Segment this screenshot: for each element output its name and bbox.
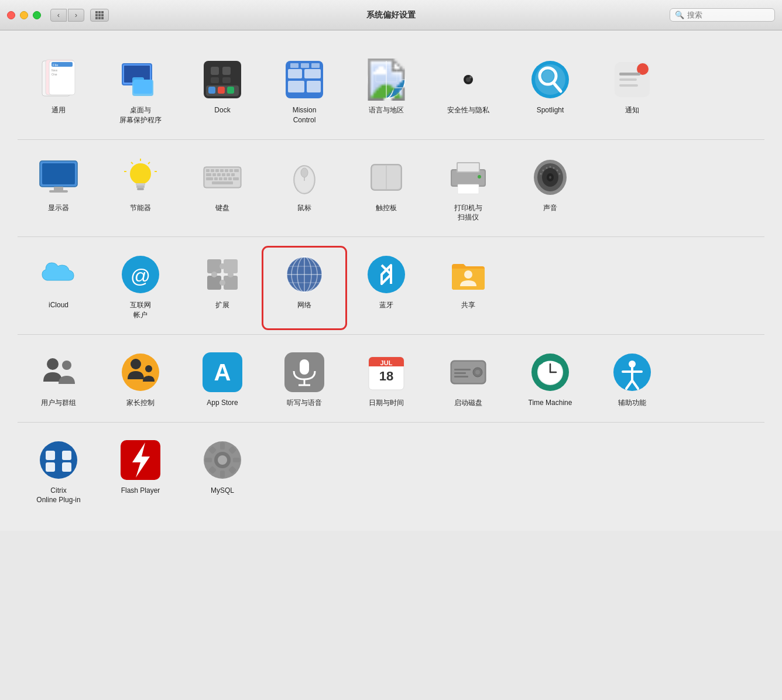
- item-startup[interactable]: 启动磁盘: [427, 345, 509, 416]
- startup-label: 启动磁盘: [454, 398, 482, 408]
- svg-rect-24: [208, 87, 215, 94]
- item-flashplayer[interactable]: Flash Player: [100, 433, 181, 514]
- security-icon: [447, 59, 489, 101]
- internet-grid: iCloud @ 互联网帐户: [18, 248, 764, 328]
- timemachine-label: Time Machine: [529, 398, 572, 408]
- item-mysql[interactable]: MySQL: [181, 433, 263, 514]
- users-icon: [37, 351, 80, 393]
- svg-rect-94: [206, 177, 213, 180]
- accounts-label: 互联网帐户: [130, 300, 151, 320]
- item-energy[interactable]: 节能器: [100, 150, 181, 231]
- item-printer[interactable]: 打印机与扫描仪: [427, 150, 509, 231]
- item-keyboard[interactable]: 键盘: [181, 150, 263, 231]
- svg-rect-168: [454, 372, 466, 374]
- item-mouse[interactable]: 鼠标: [263, 150, 345, 231]
- svg-point-146: [464, 270, 472, 279]
- item-notification[interactable]: 通知: [591, 53, 673, 133]
- svg-rect-83: [215, 169, 219, 172]
- window-title: 系统偏好设置: [366, 10, 416, 20]
- icloud-icon: [37, 253, 80, 296]
- svg-rect-90: [217, 173, 221, 176]
- item-accounts[interactable]: @ 互联网帐户: [100, 248, 181, 328]
- svg-rect-96: [219, 177, 222, 180]
- svg-point-133: [219, 263, 225, 269]
- svg-point-69: [130, 163, 151, 184]
- svg-point-150: [131, 359, 141, 369]
- svg-rect-195: [233, 458, 240, 462]
- svg-rect-72: [136, 186, 145, 188]
- citrix-label: CitrixOnline Plug-in: [36, 486, 80, 506]
- spotlight-icon: [529, 59, 571, 101]
- section-personal: File New One 通用: [18, 42, 764, 140]
- item-dictation[interactable]: 听写与语音: [263, 345, 345, 416]
- appstore-icon: A: [201, 351, 243, 393]
- titlebar: ‹ › 系统偏好设置 🔍: [0, 0, 782, 30]
- item-network[interactable]: 网络: [263, 248, 345, 328]
- close-button[interactable]: [7, 11, 15, 19]
- svg-rect-27: [211, 67, 219, 75]
- svg-rect-86: [229, 169, 233, 172]
- item-security[interactable]: 安全性与隐私: [427, 53, 509, 133]
- printer-label: 打印机与扫描仪: [454, 203, 482, 223]
- search-input[interactable]: [687, 11, 763, 19]
- svg-rect-82: [211, 169, 214, 172]
- svg-rect-62: [619, 73, 640, 76]
- item-desktop[interactable]: 桌面与屏幕保护程序: [100, 53, 181, 133]
- svg-rect-2: [101, 11, 104, 13]
- svg-rect-8: [101, 17, 104, 19]
- general-label: 通用: [52, 105, 66, 115]
- item-citrix[interactable]: CitrixOnline Plug-in: [18, 433, 100, 514]
- item-spotlight[interactable]: Spotlight: [509, 53, 591, 133]
- svg-rect-66: [42, 163, 75, 184]
- item-mission[interactable]: MissionControl: [263, 53, 345, 133]
- startup-icon: [447, 351, 489, 393]
- grid-view-button[interactable]: [90, 9, 109, 22]
- item-bluetooth[interactable]: 蓝牙: [345, 248, 427, 328]
- item-accessibility[interactable]: 辅助功能: [591, 345, 673, 416]
- item-appstore[interactable]: A App Store: [181, 345, 263, 416]
- svg-rect-194: [205, 458, 212, 462]
- dictation-label: 听写与语音: [287, 398, 322, 408]
- item-users[interactable]: 用户与群组: [18, 345, 100, 416]
- svg-rect-73: [137, 188, 144, 190]
- item-trackpad[interactable]: 触控板: [345, 150, 427, 231]
- svg-rect-30: [222, 77, 231, 83]
- minimize-button[interactable]: [20, 11, 28, 19]
- item-language[interactable]: 语言与地区: [345, 53, 427, 133]
- accounts-icon: @: [119, 253, 162, 296]
- general-icon: File New One: [37, 59, 80, 101]
- svg-point-135: [228, 272, 234, 277]
- bluetooth-label: 蓝牙: [379, 300, 393, 310]
- svg-rect-85: [225, 169, 228, 172]
- item-dock[interactable]: Dock: [181, 53, 263, 133]
- main-content: File New One 通用: [0, 30, 782, 531]
- item-timemachine[interactable]: Time Machine: [509, 345, 591, 416]
- forward-button[interactable]: ›: [68, 9, 84, 22]
- section-hardware: 显示器: [18, 140, 764, 238]
- svg-rect-129: [207, 259, 221, 273]
- svg-rect-92: [227, 173, 230, 176]
- svg-rect-192: [220, 442, 225, 449]
- item-general[interactable]: File New One 通用: [18, 53, 100, 133]
- item-sound[interactable]: 声音: [509, 150, 591, 231]
- svg-rect-184: [62, 451, 71, 460]
- item-displays[interactable]: 显示器: [18, 150, 100, 231]
- item-extensions[interactable]: 扩展: [181, 248, 263, 328]
- item-datetime[interactable]: JUL 18 日期与时间: [345, 345, 427, 416]
- extensions-label: 扩展: [215, 300, 229, 310]
- section-other: CitrixOnline Plug-in Flash Player: [18, 423, 764, 520]
- personal-grid: File New One 通用: [18, 53, 764, 133]
- svg-line-75: [131, 162, 133, 164]
- svg-rect-7: [98, 17, 101, 19]
- search-bar[interactable]: 🔍: [670, 8, 775, 22]
- dock-label: Dock: [214, 105, 230, 115]
- item-parental[interactable]: 家长控制: [100, 345, 181, 416]
- svg-point-125: [540, 173, 542, 174]
- item-sharing[interactable]: 共享: [427, 248, 509, 328]
- svg-point-166: [475, 370, 480, 375]
- sound-icon: [529, 156, 571, 198]
- back-button[interactable]: ‹: [50, 9, 67, 22]
- svg-point-119: [549, 176, 551, 179]
- item-icloud[interactable]: iCloud: [18, 248, 100, 328]
- maximize-button[interactable]: [33, 11, 41, 19]
